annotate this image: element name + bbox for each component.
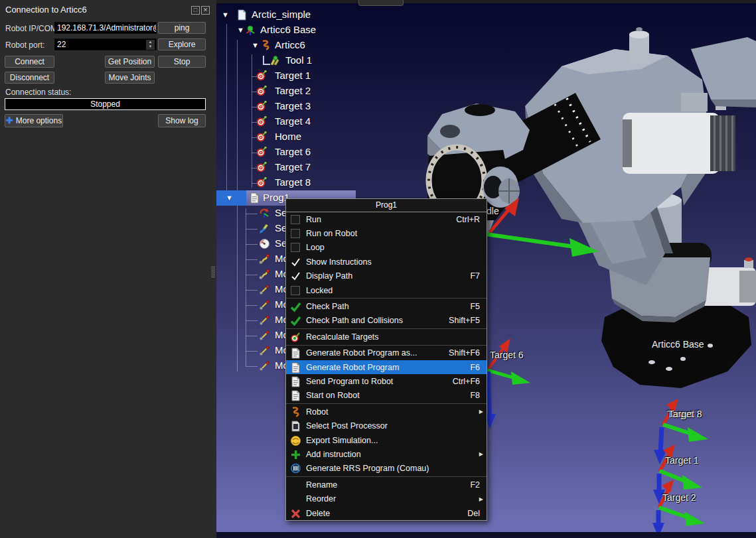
partial-label: dle [487,206,499,216]
menu-item-shortcut: F6 [470,363,480,372]
set-speed-icon [259,238,271,250]
splitter-grip[interactable] [211,267,215,279]
menu-item-check-path[interactable]: Check PathF5 [286,299,487,313]
post-doc-icon [290,421,301,431]
expand-arrow-icon[interactable]: ▼ [237,26,244,34]
menu-item-label: Robot [306,407,479,417]
menu-item-loop[interactable]: Loop [286,241,487,255]
tree-item-target-7-10[interactable]: Target 7 [216,161,416,175]
tree-item-target-1-4[interactable]: Target 1 [216,69,416,84]
menu-item-label: Send Program to Robot [306,377,453,386]
checkbox-icon [290,285,301,296]
float-panel-icon[interactable]: □ [191,6,200,15]
robot-port-label: Robot port: [5,40,44,50]
menu-item-delete[interactable]: DeleteDel [286,506,487,520]
menu-item-add-instruction[interactable]: Add instruction▶ [286,447,487,461]
tree-item-tool-1-3[interactable]: Tool 1 [216,54,416,68]
target-icon [256,162,268,174]
connection-dock-panel: Connection to Articc6 □ ✕ Robot IP/COM: … [0,0,216,538]
menu-item-check-path-and-collisions[interactable]: Check Path and CollisionsShift+F5 [286,314,487,328]
menu-separator [286,403,487,404]
target6-label: Target 6 [490,350,524,360]
port-spinner[interactable]: ▲▼ [146,40,155,50]
tool-icon [269,55,281,67]
show-log-button[interactable]: Show log [158,114,206,127]
menu-item-shortcut: Shift+F5 [449,316,480,325]
tree-item-label: Target 6 [275,146,311,157]
menu-item-shortcut: F8 [470,391,480,400]
green-check-icon [290,315,301,326]
menu-item-locked[interactable]: Locked [286,283,487,297]
doc-icon [290,348,301,358]
robot-ip-input[interactable]: 192.168.71.3/Administrator@tob [54,22,157,34]
menu-item-export-simulation-[interactable]: Export Simulation... [286,433,487,447]
robot-port-input[interactable]: 22 ▲▼ [54,38,157,50]
delete-icon [290,508,301,519]
menu-item-reorder[interactable]: Reorder▶ [286,492,487,505]
stop-button[interactable]: Stop [158,56,206,68]
green-check-icon [290,301,301,312]
viewport-3d[interactable]: dleTarget 6Articc6 BaseTarget 7Target 8T… [216,0,756,538]
menu-item-shortcut: Ctrl+F6 [453,377,480,386]
tree-item-label: Target 3 [275,100,311,111]
move-l-icon [259,330,271,342]
menu-item-run-on-robot[interactable]: Run on Robot [286,226,487,240]
expand-arrow-icon[interactable]: ▼ [226,194,233,202]
explore-button[interactable]: Explore [158,38,206,50]
menu-item-label: Display Path [306,271,470,281]
menu-item-generate-rrs-program-comau-[interactable]: Generate RRS Program (Comau) [286,462,487,476]
robodk-window: Connection to Articc6 □ ✕ Robot IP/COM: … [0,0,756,538]
menu-item-label: Delete [306,509,467,518]
menu-item-generate-robot-program[interactable]: Generate Robot ProgramF6 [286,360,487,374]
connection-status-value: Stopped [5,98,206,110]
menu-item-label: Generate RRS Program (Comau) [306,464,487,473]
menu-item-start-on-robot[interactable]: Start on RobotF8 [286,389,487,403]
tree-tick [246,214,258,214]
plus-icon: ✚ [6,115,13,125]
station-doc-icon [236,9,248,21]
ping-button[interactable]: ping [158,22,206,34]
expand-arrow-icon[interactable]: ▼ [222,11,229,19]
move-l-icon [259,345,271,357]
tree-tick [246,366,258,367]
menu-item-generate-robot-program-as-[interactable]: Generate Robot Program as...Shift+F6 [286,346,487,360]
menu-item-label: Run on Robot [306,229,487,238]
menu-item-label: Loop [306,243,487,252]
menu-item-robot[interactable]: Robot▶ [286,405,487,419]
tree-item-arctic-simple-0[interactable]: ▼Arctic_simple [216,8,416,23]
menu-item-label: Select Post Processor [306,421,487,431]
tree-tick [246,305,258,306]
none-icon [290,480,301,490]
menu-item-display-path[interactable]: Display PathF7 [286,269,487,283]
expand-arrow-icon[interactable]: ▼ [252,41,259,49]
move-l-icon [259,284,271,296]
connect-button[interactable]: Connect [5,56,54,68]
checkmark-icon [290,257,301,267]
menu-item-recalculate-targets[interactable]: Recalculate Targets [286,330,487,344]
menu-item-rename[interactable]: RenameF2 [286,478,487,492]
tree-item-target-4-7[interactable]: Target 4 [216,115,416,129]
tree-item-target-3-6[interactable]: Target 3 [216,100,416,114]
tree-item-target-8-11[interactable]: Target 8 [216,176,416,190]
target2-label: Target 2 [662,492,696,503]
menu-item-select-post-processor[interactable]: Select Post Processor [286,419,487,433]
tree-item-label: Target 2 [275,85,311,96]
tree-item-articc6-base-1[interactable]: ▼Articc6 Base [216,23,416,38]
menu-item-send-program-to-robot[interactable]: Send Program to RobotCtrl+F6 [286,374,487,388]
move-joints-button[interactable]: Move Joints [105,72,155,84]
close-panel-icon[interactable]: ✕ [201,6,210,15]
tree-item-label: Articc6 [275,39,305,50]
set-tool-icon [259,223,271,235]
tree-item-articc6-2[interactable]: ▼Articc6 [216,38,416,53]
disconnect-button[interactable]: Disconnect [5,72,54,84]
tree-item-home-8[interactable]: Home [216,130,416,145]
get-position-button[interactable]: Get Position [105,56,155,68]
tree-item-target-6-9[interactable]: Target 6 [216,145,416,160]
toolbar-handle-tab[interactable] [358,0,404,6]
menu-item-show-instructions[interactable]: Show Instructions [286,255,487,269]
more-options-button[interactable]: ✚More options [5,114,63,127]
tree-item-target-2-5[interactable]: Target 2 [216,84,416,99]
move-l-icon [259,299,271,311]
menu-item-label: Export Simulation... [306,436,487,445]
menu-item-run[interactable]: RunCtrl+R [286,212,487,226]
